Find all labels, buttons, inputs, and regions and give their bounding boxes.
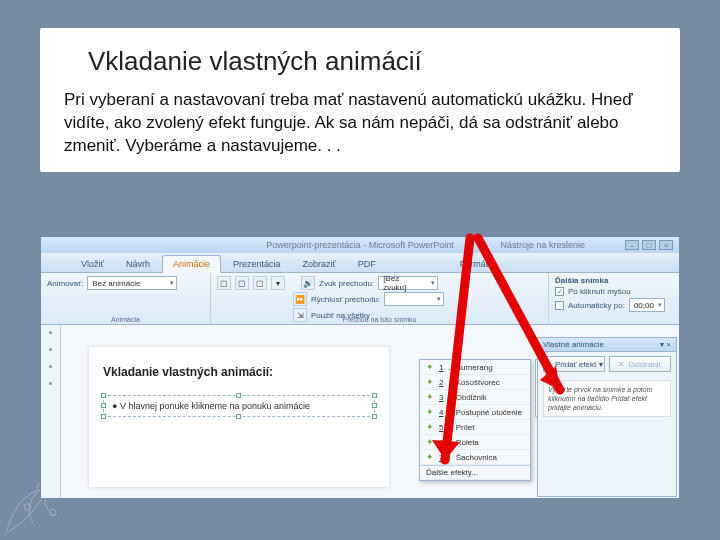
sound-icon: 🔊 — [301, 276, 315, 290]
chk-auto-label: Automaticky po: — [568, 301, 625, 310]
star-icon: ✦ — [426, 362, 434, 372]
pane-header: Vlastné animácie ▾ × — [538, 338, 676, 352]
star-icon: ✦ — [426, 437, 434, 447]
ribbon-group-dalsia: Ďalšia snímka ✓ Po kliknutí myšou Automa… — [549, 273, 679, 324]
auto-time-spinner[interactable]: 00:00 — [629, 298, 665, 312]
powerpoint-window: Powerpoint-prezentácia - Microsoft Power… — [40, 236, 680, 499]
group-label-animacia: Animácia — [41, 316, 210, 323]
effect-item-5[interactable]: ✦5. Prílet — [420, 420, 530, 435]
pane-close-icon[interactable]: ▾ × — [660, 340, 671, 349]
presentation-slide: Vkladanie vlastných animácií Pri vyberan… — [40, 28, 680, 172]
svg-point-3 — [50, 509, 57, 516]
slide-thumbnails[interactable] — [41, 325, 61, 498]
close-button[interactable]: × — [659, 240, 673, 250]
ribbon-group-animacia: Animovať: Bez animácie Animácia — [41, 273, 211, 324]
dalsia-label: Ďalšia snímka — [555, 276, 608, 285]
pane-title: Vlastné animácie — [543, 340, 604, 349]
tab-zobrazit[interactable]: Zobraziť — [292, 256, 345, 272]
ribbon-tabs: Vložiť Návrh Animácie Prezentácia Zobraz… — [41, 253, 679, 273]
transition-more-icon[interactable]: ▾ — [271, 276, 285, 290]
window-controls: – □ × — [625, 240, 673, 250]
x-icon: ✕ — [618, 360, 625, 369]
effect-item-7[interactable]: ✦7. Šachovnica — [420, 450, 530, 465]
effect-item-6[interactable]: ✦6. Roleta — [420, 435, 530, 450]
slide-body-text: Pri vyberaní a nastavovaní treba mať nas… — [64, 89, 656, 158]
rychlost-label: Rýchlosť prechodu: — [311, 295, 380, 304]
svg-point-2 — [24, 504, 31, 511]
selected-textbox[interactable]: V hlavnej ponuke klikneme na ponuku anim… — [103, 395, 375, 417]
speed-icon: ⏩ — [293, 292, 307, 306]
tab-navrh[interactable]: Návrh — [116, 256, 160, 272]
tab-format[interactable]: Formát — [450, 256, 499, 272]
remove-effect-button[interactable]: ✕Odstrániť — [609, 356, 671, 372]
chk-onclick-label: Po kliknutí myšou — [568, 287, 631, 296]
ribbon: Animovať: Bez animácie Animácia ▢ ▢ ▢ ▾ … — [41, 273, 679, 325]
slide-title: Vkladanie vlastných animácií — [88, 46, 656, 77]
chk-auto[interactable] — [555, 301, 564, 310]
mini-heading: Vkladanie vlastných animácií: — [103, 365, 375, 379]
tab-vlozit[interactable]: Vložiť — [71, 256, 114, 272]
maximize-button[interactable]: □ — [642, 240, 656, 250]
minimize-button[interactable]: – — [625, 240, 639, 250]
ribbon-group-prechod: ▢ ▢ ▢ ▾ 🔊 Zvuk prechodu: [Bez zvuku] ⏩ R… — [211, 273, 549, 324]
star-icon: ✦ — [426, 377, 434, 387]
chk-onclick[interactable]: ✓ — [555, 287, 564, 296]
effect-item-2[interactable]: ✦2. Kosoštvorec — [420, 375, 530, 390]
add-effect-button[interactable]: ✦Pridať efekt ▾ — [543, 356, 605, 372]
star-icon: ✦ — [426, 422, 434, 432]
effect-item-4[interactable]: ✦4. Postupné otočenie — [420, 405, 530, 420]
plus-icon: ✦ — [545, 360, 552, 369]
transition-thumb-2[interactable]: ▢ — [235, 276, 249, 290]
zvuk-label: Zvuk prechodu: — [319, 279, 374, 288]
effect-more[interactable]: Ďalšie efekty... — [420, 465, 530, 480]
pane-hint-text: Vyberte prvok na snímke a potom kliknutí… — [543, 380, 671, 417]
star-icon: ✦ — [426, 407, 434, 417]
tab-pdf[interactable]: PDF — [348, 256, 386, 272]
effect-item-1[interactable]: ✦1. Bumerang — [420, 360, 530, 375]
bullet-text: V hlavnej ponuke klikneme na ponuku anim… — [112, 401, 366, 411]
group-label-prechod: Prechod na túto snímku — [211, 316, 548, 323]
animovat-combo[interactable]: Bez animácie — [87, 276, 177, 290]
transition-thumb-3[interactable]: ▢ — [253, 276, 267, 290]
animovat-label: Animovať: — [47, 279, 83, 288]
tab-prezentacia[interactable]: Prezentácia — [223, 256, 291, 272]
context-tab-title: Nástroje na kreslenie — [500, 240, 585, 250]
effect-item-3[interactable]: ✦3. Obdĺžnik — [420, 390, 530, 405]
rychlost-combo[interactable] — [384, 292, 444, 306]
zvuk-combo[interactable]: [Bez zvuku] — [378, 276, 438, 290]
star-icon: ✦ — [426, 452, 434, 462]
editing-slide: Vkladanie vlastných animácií: V hlavnej … — [89, 347, 389, 487]
window-titlebar: Powerpoint-prezentácia - Microsoft Power… — [41, 237, 679, 253]
custom-animation-pane: Vlastné animácie ▾ × ✦Pridať efekt ▾ ✕Od… — [537, 337, 677, 497]
star-icon: ✦ — [426, 392, 434, 402]
effect-dropdown: ✦1. Bumerang ✦2. Kosoštvorec ✦3. Obdĺžni… — [419, 359, 531, 481]
tab-animacie[interactable]: Animácie — [162, 255, 221, 273]
transition-thumb-1[interactable]: ▢ — [217, 276, 231, 290]
